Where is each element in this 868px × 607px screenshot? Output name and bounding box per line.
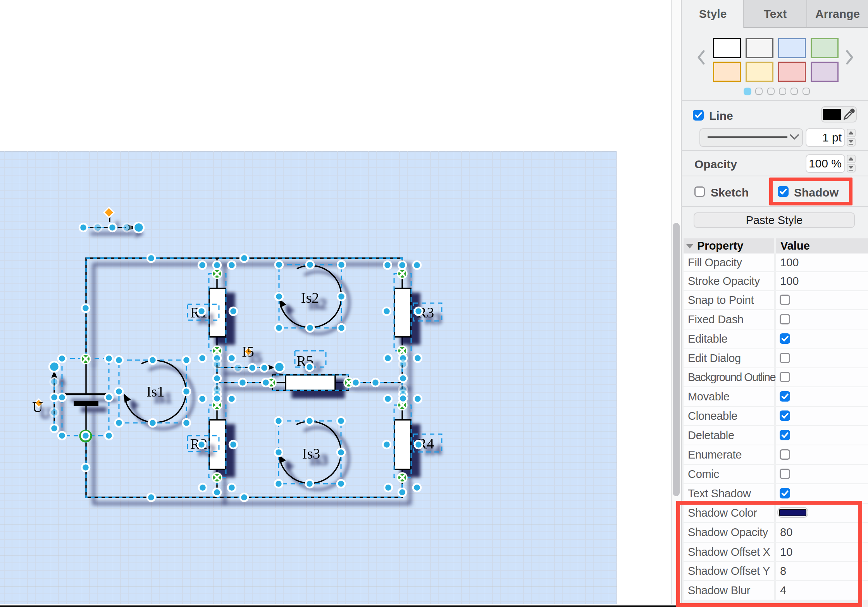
svg-text:I5: I5 [242, 343, 254, 360]
svg-text:Is1: Is1 [146, 383, 164, 400]
svg-text:Is2: Is2 [301, 290, 319, 306]
svg-text:Is3: Is3 [302, 445, 320, 462]
svg-text:U: U [32, 399, 43, 415]
